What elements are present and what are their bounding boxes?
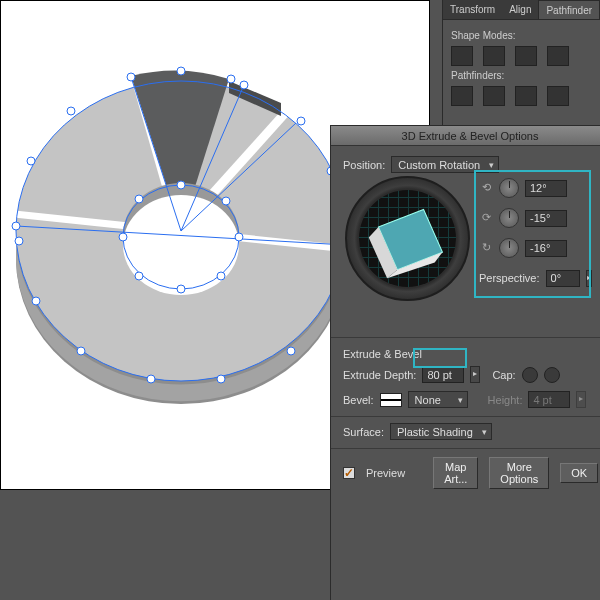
rotation-x-input[interactable] <box>525 180 567 197</box>
extrude-bevel-section-label: Extrude & Bevel <box>343 348 597 360</box>
cap-on-icon[interactable] <box>522 367 538 383</box>
rotation-track[interactable] <box>345 176 470 306</box>
bevel-swatch[interactable] <box>380 393 402 407</box>
height-label: Height: <box>488 394 523 406</box>
perspective-input[interactable] <box>546 270 580 287</box>
unite-icon[interactable] <box>451 46 473 66</box>
rotation-x-dial[interactable] <box>499 178 519 198</box>
bevel-height-stepper: ▸ <box>576 391 586 408</box>
minus-front-icon[interactable] <box>483 46 505 66</box>
svg-point-22 <box>15 237 23 245</box>
crop-icon[interactable] <box>547 86 569 106</box>
perspective-stepper[interactable]: ▸ <box>586 270 592 287</box>
extrude-depth-stepper[interactable]: ▸ <box>470 366 480 383</box>
svg-point-10 <box>177 67 185 75</box>
rotation-controls: ⟲ ⟳ ↻ Perspective: ▸ <box>479 176 591 296</box>
svg-point-33 <box>135 195 143 203</box>
axis-y-icon: ⟳ <box>479 211 493 225</box>
bevel-select[interactable]: None <box>408 391 468 408</box>
svg-point-31 <box>135 272 143 280</box>
preview-label: Preview <box>366 467 405 479</box>
svg-point-28 <box>235 233 243 241</box>
svg-point-24 <box>27 157 35 165</box>
divide-icon[interactable] <box>451 86 473 106</box>
svg-point-29 <box>217 272 225 280</box>
extrude-depth-label: Extrude Depth: <box>343 369 416 381</box>
tab-pathfinder[interactable]: Pathfinder <box>538 0 600 19</box>
intersect-icon[interactable] <box>515 46 537 66</box>
svg-point-19 <box>147 375 155 383</box>
tab-transform[interactable]: Transform <box>443 0 502 19</box>
svg-point-32 <box>119 233 127 241</box>
svg-point-18 <box>217 375 225 383</box>
surface-select[interactable]: Plastic Shading <box>390 423 492 440</box>
ok-button[interactable]: OK <box>560 463 598 483</box>
bevel-label: Bevel: <box>343 394 374 406</box>
svg-point-17 <box>287 347 295 355</box>
axis-z-icon: ↻ <box>479 241 493 255</box>
svg-point-23 <box>12 222 20 230</box>
dialog-title: 3D Extrude & Bevel Options <box>331 126 600 146</box>
axis-x-icon: ⟲ <box>479 181 493 195</box>
trim-icon[interactable] <box>483 86 505 106</box>
svg-point-27 <box>222 197 230 205</box>
preview-checkbox[interactable]: ✓ <box>343 467 355 479</box>
svg-point-11 <box>227 75 235 83</box>
svg-point-13 <box>297 117 305 125</box>
more-options-button[interactable]: More Options <box>489 457 549 489</box>
pathfinders-label: Pathfinders: <box>451 70 592 81</box>
rotation-y-dial[interactable] <box>499 208 519 228</box>
panel-tabs: Transform Align Pathfinder <box>443 0 600 20</box>
exclude-icon[interactable] <box>547 46 569 66</box>
map-art-button[interactable]: Map Art... <box>433 457 478 489</box>
shape-modes-label: Shape Modes: <box>451 30 592 41</box>
pathfinder-panel: Transform Align Pathfinder Shape Modes: … <box>442 0 600 140</box>
rotation-z-input[interactable] <box>525 240 567 257</box>
merge-icon[interactable] <box>515 86 537 106</box>
svg-point-9 <box>127 73 135 81</box>
svg-point-25 <box>67 107 75 115</box>
extrude-depth-input[interactable] <box>422 366 464 383</box>
cap-label: Cap: <box>492 369 515 381</box>
cap-off-icon[interactable] <box>544 367 560 383</box>
tab-align[interactable]: Align <box>502 0 538 19</box>
rotation-y-input[interactable] <box>525 210 567 227</box>
svg-point-26 <box>177 181 185 189</box>
surface-label: Surface: <box>343 426 384 438</box>
rotation-z-dial[interactable] <box>499 238 519 258</box>
cube-preview-icon <box>347 178 470 301</box>
svg-point-21 <box>32 297 40 305</box>
svg-point-20 <box>77 347 85 355</box>
position-select[interactable]: Custom Rotation <box>391 156 499 173</box>
position-label: Position: <box>343 159 385 171</box>
svg-point-12 <box>240 81 248 89</box>
perspective-label: Perspective: <box>479 272 540 284</box>
bevel-height-input <box>528 391 570 408</box>
svg-point-30 <box>177 285 185 293</box>
